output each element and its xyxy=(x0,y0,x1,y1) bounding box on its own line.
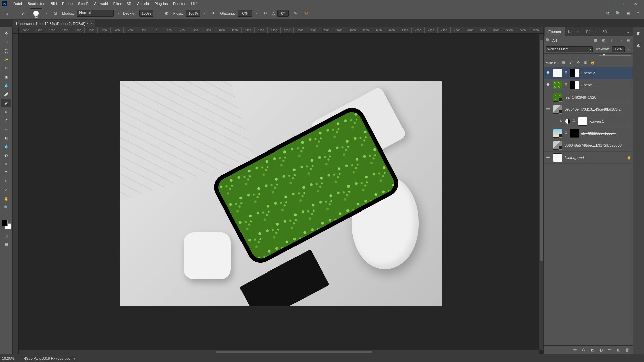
menu-ansicht[interactable]: Ansicht xyxy=(134,0,152,7)
layer-opacity-input[interactable] xyxy=(612,46,625,52)
layer-name[interactable]: 306048a5746dec...b3172fb3a6c08 xyxy=(565,143,631,147)
path-select-tool[interactable]: ↖ xyxy=(1,177,11,186)
tab-pfade[interactable]: Pfade xyxy=(583,27,599,36)
brush-settings-icon[interactable]: ▨ xyxy=(51,9,59,17)
layer-visibility-toggle[interactable]: 👁 xyxy=(545,82,551,87)
filter-pixel-icon[interactable]: ▦ xyxy=(593,38,598,43)
group-icon[interactable]: 🗀 xyxy=(607,347,612,353)
dock-properties-icon[interactable]: ◐ xyxy=(635,42,642,49)
ruler-vertical[interactable] xyxy=(13,34,19,354)
blur-tool[interactable]: 💧 xyxy=(1,142,11,151)
menu-auswahl[interactable]: Auswahl xyxy=(91,0,111,7)
canvas-document[interactable] xyxy=(120,81,442,306)
frame-tool[interactable]: ▣ xyxy=(1,72,11,81)
tool-preset-icon[interactable]: 🖌 xyxy=(19,9,27,17)
brush-dropdown[interactable]: ▾ xyxy=(45,10,49,17)
layer-thumbnail[interactable] xyxy=(553,93,562,102)
mode-dropdown[interactable]: ▾ xyxy=(116,10,120,17)
layer-name[interactable]: sky-3022856_1920... xyxy=(581,131,631,135)
new-layer-icon[interactable]: ⊞ xyxy=(616,347,621,353)
layer-row[interactable]: 👁Hintergrund🔒 xyxy=(544,152,633,164)
layer-row[interactable]: 👁↳⛓Kurven 1 xyxy=(544,115,633,127)
blend-mode-select[interactable]: Normal xyxy=(77,10,114,17)
menu-schrift[interactable]: Schrift xyxy=(75,0,91,7)
panel-menu-icon[interactable]: ≡ xyxy=(625,29,631,34)
lock-all-icon[interactable]: 🔒 xyxy=(590,60,595,65)
document-tab[interactable]: Unbenannt-1 bei 19,3% (Ebene 2, RGB/8) *… xyxy=(13,20,95,27)
brush-preview[interactable]: 82 xyxy=(30,8,42,18)
layer-thumbnail[interactable] xyxy=(553,81,562,89)
filter-type-icon[interactable]: T xyxy=(609,38,614,43)
quickmask-tool[interactable]: ▢ xyxy=(1,231,11,240)
menu-plugins[interactable]: Plug-ins xyxy=(152,0,170,7)
foreground-swatch[interactable] xyxy=(2,220,8,226)
window-close-button[interactable]: ✕ xyxy=(629,0,642,7)
delete-layer-icon[interactable]: 🗑 xyxy=(625,347,630,353)
layer-visibility-toggle[interactable]: 👁 xyxy=(545,131,551,136)
menu-fenster[interactable]: Fenster xyxy=(170,0,188,7)
move-tool[interactable]: ✥ xyxy=(1,29,11,38)
layer-visibility-toggle[interactable]: 👁 xyxy=(545,70,551,75)
hand-tool[interactable]: ✋ xyxy=(1,194,11,203)
opacity-dropdown[interactable]: ▾ xyxy=(156,10,160,17)
scrollbar-vertical[interactable] xyxy=(539,34,543,350)
stamp-tool[interactable]: ⎌ xyxy=(1,107,11,116)
layer-row[interactable]: 👁⛓Ebene 1 xyxy=(544,79,633,91)
filter-shape-icon[interactable]: ▭ xyxy=(617,38,623,43)
dock-layers-icon[interactable]: ◧ xyxy=(635,29,642,37)
crop-tool[interactable]: ✂ xyxy=(1,64,11,72)
layer-mask-thumbnail[interactable] xyxy=(570,69,579,77)
menu-datei[interactable]: Datei xyxy=(11,0,25,7)
flow-dropdown[interactable]: ▾ xyxy=(203,10,207,17)
filter-smart-icon[interactable]: ▣ xyxy=(625,38,631,43)
angle-input[interactable] xyxy=(277,10,289,17)
smoothing-dropdown[interactable]: ▾ xyxy=(255,10,259,17)
tab-ebenen[interactable]: Ebenen xyxy=(545,27,565,36)
layer-mask-thumbnail[interactable] xyxy=(578,117,587,126)
adjustment-icon[interactable]: ◐ xyxy=(598,347,604,353)
layer-thumbnail[interactable] xyxy=(553,141,562,150)
workspace-icon[interactable]: ▣ xyxy=(625,10,631,17)
layer-name[interactable]: leaf-1482948_1920 xyxy=(565,95,631,99)
layer-row[interactable]: 👁306048a5746dec...b3172fb3a6c08 xyxy=(544,139,633,152)
layer-thumbnail[interactable] xyxy=(553,69,562,77)
tab-3d[interactable]: 3D xyxy=(599,27,610,36)
filter-dropdown[interactable]: ▾ xyxy=(568,37,572,44)
menu-3d[interactable]: 3D xyxy=(124,0,134,7)
smoothing-input[interactable] xyxy=(238,10,252,17)
opacity-input[interactable] xyxy=(139,10,153,17)
type-tool[interactable]: T xyxy=(1,168,11,177)
symmetry-icon[interactable]: 🦋 xyxy=(302,9,310,17)
layer-row[interactable]: 👁⛓sky-3022856_1920... xyxy=(544,127,633,139)
pressure-opacity-icon[interactable]: ◐ xyxy=(163,9,171,17)
pressure-size-icon[interactable]: ✎ xyxy=(291,9,300,17)
menu-bearbeiten[interactable]: Bearbeiten xyxy=(25,0,48,7)
layer-blendmode-select[interactable]: Weiches Licht ▾ xyxy=(546,46,593,52)
menu-ebene[interactable]: Ebene xyxy=(59,0,75,7)
layer-row[interactable]: 👁⛓Ebene 2 xyxy=(544,67,633,79)
lock-position-icon[interactable]: ✥ xyxy=(575,60,581,65)
pen-tool[interactable]: ✒ xyxy=(1,160,11,168)
status-nav-left[interactable]: 〈 xyxy=(89,356,92,360)
layer-visibility-toggle[interactable]: 👁 xyxy=(552,119,558,124)
menu-hilfe[interactable]: Hilfe xyxy=(188,0,201,7)
close-tab-icon[interactable]: × xyxy=(90,22,92,26)
ruler-horizontal[interactable]: -2000-1800-1600-1400-1200-1000-800-600-4… xyxy=(19,27,543,34)
search-icon[interactable]: 🔍 xyxy=(614,10,621,17)
marquee-tool[interactable]: ▭ xyxy=(1,38,11,46)
gradient-tool[interactable]: ◧ xyxy=(1,133,11,142)
zoom-level[interactable]: 19,28% xyxy=(2,356,14,360)
status-nav-right[interactable]: 〉 xyxy=(96,356,99,360)
layer-visibility-toggle[interactable]: 👁 xyxy=(545,95,551,100)
scrollbar-horizontal[interactable] xyxy=(19,350,539,354)
layer-thumbnail[interactable] xyxy=(553,105,562,114)
layer-mask-thumbnail[interactable] xyxy=(570,129,579,138)
layer-name[interactable]: Hintergrund xyxy=(565,156,625,160)
opacity-slider[interactable] xyxy=(599,55,631,56)
zoom-tool[interactable]: 🔍 xyxy=(1,203,11,212)
smoothing-options-icon[interactable]: ⚙ xyxy=(261,9,269,17)
lock-paint-icon[interactable]: 🖌 xyxy=(568,60,573,65)
layer-name[interactable]: Kurven 1 xyxy=(589,119,631,123)
cloud-docs-icon[interactable]: ◔ xyxy=(604,10,611,17)
lock-artboard-icon[interactable]: ▣ xyxy=(583,60,588,65)
